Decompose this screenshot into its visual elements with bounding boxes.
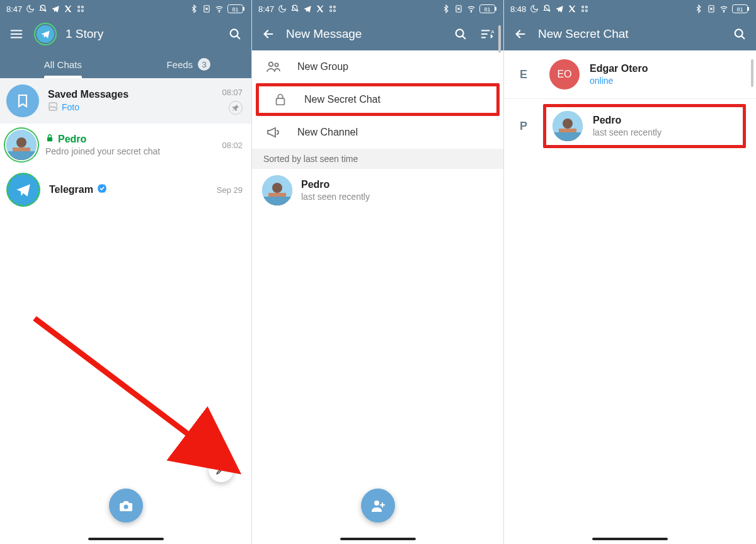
svg-point-18 — [330, 6, 332, 8]
telegram-status-icon — [51, 4, 60, 13]
svg-point-37 — [582, 6, 584, 8]
status-bar: 8:48 81 — [504, 0, 756, 18]
nosim-icon — [202, 4, 211, 13]
sort-button[interactable]: A — [478, 25, 496, 43]
contact-section-e: E EO Edgar Otero online — [504, 50, 756, 98]
avatar — [6, 130, 37, 160]
screen-home: 8:47 81 1 Story — [0, 0, 252, 544]
svg-point-29 — [269, 62, 273, 67]
app-status-icon — [76, 4, 85, 13]
status-time: 8:48 — [510, 4, 526, 14]
svg-text:81: 81 — [736, 6, 743, 13]
back-button[interactable] — [260, 25, 277, 43]
tab-all-chats[interactable]: All Chats — [0, 50, 126, 78]
wifi-icon — [467, 4, 476, 13]
chat-time: 08:02 — [222, 141, 243, 150]
x-status-icon — [64, 4, 72, 13]
x-status-icon — [568, 4, 576, 13]
tab-feeds[interactable]: Feeds 3 — [126, 50, 252, 78]
bluetooth-icon — [190, 4, 198, 13]
svg-point-19 — [334, 6, 336, 8]
search-button[interactable] — [731, 25, 748, 43]
svg-point-23 — [471, 11, 471, 12]
letter-e: E — [514, 68, 533, 81]
battery-icon: 81 — [479, 4, 497, 13]
group-icon — [266, 59, 281, 74]
svg-point-38 — [586, 6, 588, 8]
contact-row-edgar[interactable]: EO Edgar Otero online — [543, 55, 746, 93]
contact-status: last seen recently — [301, 192, 493, 202]
chat-row-pedro[interactable]: Pedro Pedro joined your secret chat 08:0… — [0, 124, 251, 166]
svg-point-0 — [78, 6, 80, 8]
svg-rect-15 — [47, 137, 52, 141]
dnd-icon — [542, 4, 551, 13]
add-contact-button[interactable] — [361, 489, 395, 523]
scrollbar[interactable] — [751, 59, 753, 87]
camera-button[interactable] — [109, 489, 143, 523]
svg-point-3 — [82, 9, 84, 11]
search-button[interactable] — [226, 25, 244, 43]
contact-status: last seen recently — [593, 127, 736, 137]
bluetooth-icon — [442, 4, 450, 13]
status-bar: 8:47 81 — [252, 0, 503, 18]
svg-rect-31 — [277, 98, 285, 105]
scrollbar[interactable] — [498, 25, 501, 53]
plane-icon — [40, 29, 50, 39]
dnd-icon — [38, 4, 47, 13]
chat-row-saved-messages[interactable]: Saved Messages Foto 08:07 — [0, 78, 251, 124]
nosim-icon — [707, 4, 716, 13]
plane-icon — [15, 182, 32, 198]
avatar — [553, 111, 583, 141]
screen-new-message: 8:47 81 New Message A — [252, 0, 504, 544]
home-indicator — [340, 538, 416, 540]
screen-new-secret-chat: 8:48 81 New Secret Chat E EO — [504, 0, 756, 544]
svg-point-20 — [330, 9, 332, 11]
header-title[interactable]: 1 Story — [66, 27, 217, 41]
bookmark-icon — [6, 84, 39, 117]
svg-rect-25 — [495, 7, 496, 11]
option-new-group[interactable]: New Group — [252, 50, 503, 83]
contact-name: Pedro — [593, 115, 736, 126]
svg-rect-35 — [262, 197, 292, 205]
svg-line-17 — [35, 318, 214, 454]
option-label: New Secret Chat — [304, 94, 381, 105]
pin-icon — [229, 101, 243, 115]
option-new-channel[interactable]: New Channel — [252, 116, 503, 149]
contact-status: online — [590, 76, 740, 86]
contact-row-pedro[interactable]: Pedro last seen recently — [252, 169, 503, 212]
svg-rect-14 — [6, 151, 37, 160]
chat-row-telegram[interactable]: Telegram Sep 29 — [0, 166, 251, 213]
compose-button[interactable] — [209, 457, 234, 482]
avatar: EO — [549, 59, 580, 90]
megaphone-icon — [266, 125, 281, 140]
tab-label: Feeds — [166, 59, 193, 70]
svg-point-5 — [219, 11, 219, 12]
svg-point-39 — [582, 9, 584, 11]
chat-time: Sep 29 — [217, 185, 243, 195]
tutorial-arrow — [32, 315, 246, 479]
chat-time: 08:07 — [222, 88, 243, 97]
search-button[interactable] — [452, 25, 469, 43]
sort-header: Sorted by last seen time — [252, 149, 503, 169]
option-new-secret-chat[interactable]: New Secret Chat — [256, 83, 500, 116]
option-label: New Channel — [297, 127, 358, 138]
header: New Message A — [252, 18, 503, 50]
back-button[interactable] — [512, 25, 529, 43]
telegram-status-icon — [555, 4, 564, 13]
svg-rect-7 — [243, 7, 244, 11]
menu-button[interactable] — [8, 25, 25, 43]
svg-point-30 — [275, 63, 278, 66]
contact-name: Edgar Otero — [590, 63, 740, 74]
svg-point-12 — [16, 137, 26, 148]
option-label: New Group — [297, 61, 348, 72]
verified-icon — [97, 183, 107, 196]
chat-name: Saved Messages — [48, 89, 129, 100]
battery-icon: 81 — [227, 4, 245, 13]
status-bar: 8:47 81 — [0, 0, 251, 18]
status-time: 8:47 — [258, 4, 274, 14]
home-indicator — [592, 538, 668, 540]
app-status-icon — [328, 4, 337, 13]
moon-icon — [530, 4, 539, 13]
contact-row-pedro[interactable]: Pedro last seen recently — [543, 104, 746, 148]
story-avatar[interactable] — [34, 23, 57, 45]
